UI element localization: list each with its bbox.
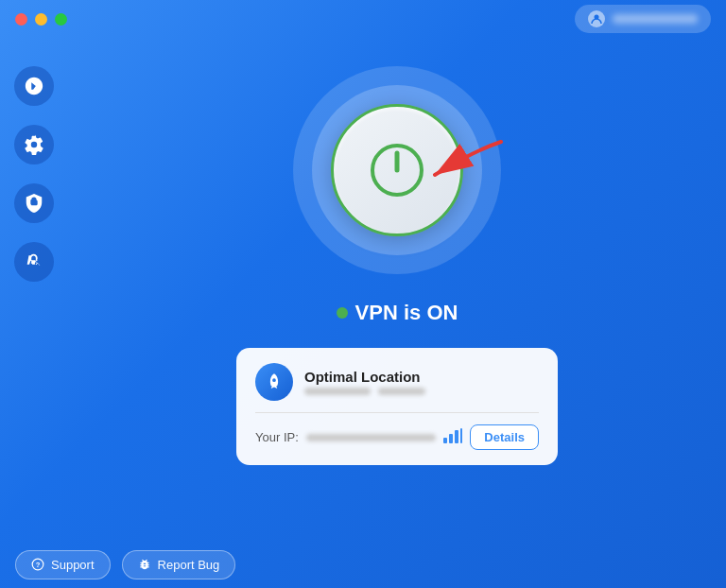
- status-dot: [337, 307, 348, 319]
- ip-address-blur: [306, 434, 437, 441]
- sidebar: [0, 38, 68, 588]
- svg-rect-4: [443, 438, 447, 443]
- fullscreen-button[interactable]: [55, 13, 67, 26]
- close-button[interactable]: [15, 13, 27, 26]
- power-icon: [367, 140, 427, 200]
- power-button[interactable]: [331, 104, 463, 236]
- rocket-icon: [255, 363, 293, 401]
- user-badge[interactable]: [575, 5, 711, 33]
- user-name: [613, 14, 698, 24]
- user-icon: [588, 10, 605, 27]
- support-button[interactable]: ? Support: [15, 550, 111, 579]
- bug-icon: [138, 558, 151, 571]
- power-outer-ring: [293, 66, 501, 274]
- location-bottom: Your IP: Details: [255, 424, 539, 450]
- location-top: Optimal Location: [255, 363, 539, 401]
- main-content: VPN is ON Optimal Location Your IP:: [68, 38, 726, 588]
- report-bug-label: Report Bug: [158, 558, 220, 572]
- title-bar: [0, 0, 726, 38]
- question-icon: ?: [31, 558, 44, 571]
- location-title: Optimal Location: [304, 369, 539, 385]
- ip-label: Your IP:: [255, 430, 299, 444]
- location-subtitle: [304, 388, 539, 395]
- vpn-status-text: VPN is ON: [355, 301, 458, 325]
- power-button-area: [293, 66, 501, 274]
- details-button[interactable]: Details: [470, 424, 539, 450]
- bottom-bar: ? Support Report Bug: [0, 541, 726, 588]
- location-info: Optimal Location: [304, 369, 539, 395]
- traffic-lights: [15, 13, 67, 26]
- support-label: Support: [51, 558, 95, 572]
- minimize-button[interactable]: [35, 13, 47, 26]
- svg-text:?: ?: [36, 561, 41, 569]
- location-divider: [255, 412, 539, 413]
- location-card: Optimal Location Your IP: Details: [236, 348, 558, 465]
- sidebar-item-security[interactable]: [14, 183, 54, 223]
- sidebar-item-block[interactable]: [14, 242, 54, 282]
- svg-rect-7: [460, 428, 462, 443]
- sidebar-item-quickconnect[interactable]: [14, 66, 54, 106]
- sidebar-item-settings[interactable]: [14, 125, 54, 164]
- signal-icon: [443, 428, 462, 447]
- power-middle-ring: [312, 85, 482, 255]
- svg-rect-5: [449, 434, 453, 443]
- location-country-blur: [378, 388, 425, 395]
- location-city-blur: [304, 388, 371, 395]
- vpn-status: VPN is ON: [337, 301, 458, 325]
- report-bug-button[interactable]: Report Bug: [122, 550, 236, 579]
- svg-rect-6: [455, 430, 458, 443]
